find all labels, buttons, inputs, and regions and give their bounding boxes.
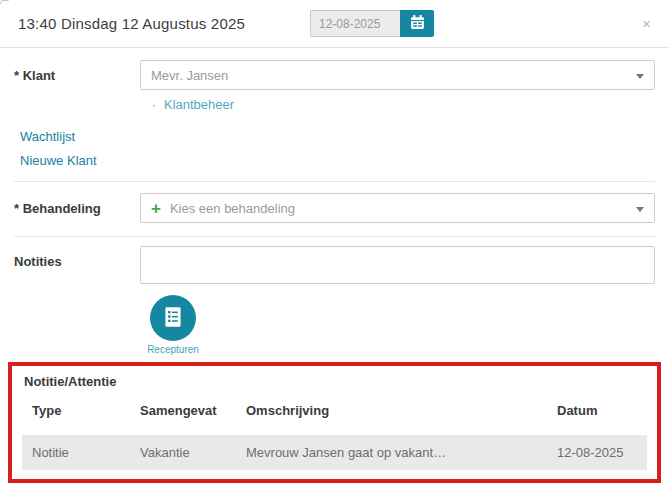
section-divider (14, 181, 655, 182)
cell-samengevat: Vakantie (130, 432, 236, 470)
calendar-button[interactable] (400, 10, 434, 37)
recepturen-wrap: Recepturen (142, 295, 204, 355)
plus-icon: + (151, 200, 161, 217)
table-header-row: Type Samengevat Omschrijving Datum (22, 389, 647, 432)
calendar-icon (409, 14, 426, 34)
notities-row: Notities (14, 246, 655, 287)
quick-links: Wachtlijst Nieuwe Klant (14, 112, 655, 168)
col-header-datum: Datum (547, 389, 647, 432)
col-header-omschrijving: Omschrijving (236, 389, 547, 432)
dialog-body: * Klant Mevr. Jansen · Klantbeheer Wacht… (0, 60, 669, 487)
recepturen-label: Recepturen (142, 344, 204, 355)
recipe-list-icon (160, 304, 186, 333)
klantbeheer-row: · Klantbeheer (152, 97, 655, 112)
appointment-dialog: 13:40 Dinsdag 12 Augustus 2025 (0, 0, 669, 487)
klantbeheer-link[interactable]: Klantbeheer (164, 97, 234, 112)
nieuwe-klant-link[interactable]: Nieuwe Klant (20, 153, 655, 168)
bullet-glyph: · (152, 97, 156, 112)
behandeling-select[interactable]: + Kies een behandeling (140, 193, 655, 223)
table-row[interactable]: Notitie Vakantie Mevrouw Jansen gaat op … (22, 432, 647, 470)
notities-textarea[interactable] (140, 246, 655, 284)
notitie-attentie-section: Notitie/Attentie Type Samengevat Omschri… (8, 362, 661, 483)
notitie-attentie-title: Notitie/Attentie (22, 374, 647, 389)
klant-label: * Klant (14, 60, 140, 83)
dialog-header: 13:40 Dinsdag 12 Augustus 2025 (0, 0, 669, 48)
dialog-footer: Annuleren Opslaan (14, 483, 655, 487)
notitie-attentie-table: Type Samengevat Omschrijving Datum Notit… (22, 389, 647, 470)
behandeling-placeholder: Kies een behandeling (170, 201, 295, 216)
section-divider (14, 236, 655, 237)
recepturen-button[interactable] (150, 295, 196, 341)
close-icon[interactable]: × (642, 16, 651, 31)
cell-type: Notitie (22, 432, 130, 470)
cell-omschrijving: Mevrouw Jansen gaat op vakant… (236, 432, 547, 470)
wachtlijst-link[interactable]: Wachtlijst (20, 129, 655, 144)
behandeling-label: * Behandeling (14, 201, 140, 216)
col-header-type: Type (22, 389, 130, 432)
date-picker-group (310, 10, 434, 37)
chevron-down-icon (636, 207, 644, 212)
behandeling-row: * Behandeling + Kies een behandeling (14, 193, 655, 223)
chevron-down-icon (636, 74, 644, 79)
klant-selected-value: Mevr. Jansen (151, 68, 228, 83)
date-input[interactable] (310, 10, 400, 37)
cell-datum: 12-08-2025 (547, 432, 647, 470)
notities-label: Notities (14, 246, 140, 269)
col-header-samengevat: Samengevat (130, 389, 236, 432)
appointment-datetime-title: 13:40 Dinsdag 12 Augustus 2025 (18, 15, 310, 32)
klant-row: * Klant Mevr. Jansen · Klantbeheer (14, 60, 655, 112)
klant-select[interactable]: Mevr. Jansen (140, 60, 655, 90)
